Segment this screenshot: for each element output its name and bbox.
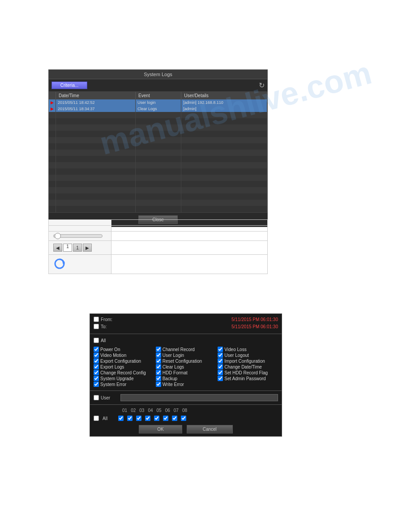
user-label: User	[101, 395, 119, 400]
event-label-8: Import Configuration	[224, 359, 265, 364]
user-checkbox[interactable]	[94, 395, 99, 400]
cancel-button[interactable]: Cancel	[187, 425, 233, 433]
event-checkbox-1[interactable]	[156, 347, 161, 352]
event-checkbox-5[interactable]	[218, 352, 223, 358]
event-label-9: Export Logs	[100, 365, 124, 369]
event-label-11: Change Date/Time	[224, 365, 262, 369]
event-checkbox-18[interactable]	[94, 382, 99, 387]
reference-table: ◀ 1 1 ▶	[48, 219, 268, 274]
from-checkbox[interactable]	[94, 317, 99, 322]
from-label: From:	[101, 317, 119, 322]
slider-container[interactable]	[53, 234, 107, 238]
event-checkbox-6[interactable]	[94, 358, 99, 364]
row-datetime: 2015/05/11 18:42:52	[56, 99, 136, 106]
event-label-7: Reset Configuration	[163, 359, 202, 364]
log-row[interactable]: ▶ 2015/05/11 18:34:37 Clear Logs [admin]	[49, 106, 267, 112]
slider-thumb[interactable]	[55, 233, 61, 239]
event-item: Change Record Config	[94, 370, 154, 375]
channel-check-3[interactable]	[136, 416, 141, 421]
col-userdetails: User/Details	[181, 92, 267, 99]
ref-label-2	[49, 226, 111, 232]
log-row-empty	[49, 193, 267, 200]
user-input[interactable]	[120, 394, 278, 401]
all-events-row: All	[90, 336, 282, 345]
from-value: 5/11/2015 PM 06:01:30	[231, 317, 278, 322]
refresh-button[interactable]: ↻	[259, 81, 265, 90]
event-checkbox-12[interactable]	[94, 370, 99, 375]
event-item: Export Configuration	[94, 358, 154, 364]
log-row-empty	[49, 206, 267, 212]
event-label-13: HDD Format	[163, 370, 188, 375]
event-item: Reset Configuration	[156, 358, 216, 364]
event-checkbox-16[interactable]	[156, 376, 161, 381]
to-checkbox[interactable]	[94, 324, 99, 329]
channel-check-1[interactable]	[118, 416, 124, 421]
log-row[interactable]: ▶ 2015/05/11 18:42:52 User login [admin]…	[49, 99, 267, 106]
channel-check-7[interactable]	[172, 416, 177, 421]
event-item: Write Error	[156, 382, 216, 387]
event-checkbox-3[interactable]	[94, 352, 99, 358]
event-item: System Upgrade	[94, 376, 154, 381]
log-row-empty	[49, 156, 267, 162]
log-row-empty	[49, 168, 267, 175]
event-checkbox-7[interactable]	[156, 358, 161, 364]
channel-checkboxes	[118, 416, 186, 421]
event-checkbox-8[interactable]	[218, 358, 223, 364]
event-checkbox-14[interactable]	[218, 370, 223, 375]
event-checkbox-0[interactable]	[94, 347, 99, 352]
log-row-empty	[49, 162, 267, 168]
event-item: Export Logs	[94, 364, 154, 369]
ref-value-1	[111, 220, 268, 226]
event-checkbox-10[interactable]	[156, 364, 161, 369]
event-checkbox-11[interactable]	[218, 364, 223, 369]
event-checkbox-17[interactable]	[218, 376, 223, 381]
event-label-16: Backup	[163, 376, 177, 381]
all-events-checkbox[interactable]	[94, 338, 99, 343]
ref-slider[interactable]	[53, 234, 103, 238]
big-refresh-icon	[53, 257, 66, 270]
event-item: Set HDD Record Flag	[218, 370, 278, 375]
to-row: To: 5/11/2015 PM 06:01:30	[94, 323, 278, 330]
to-label: To:	[101, 324, 119, 329]
ref-label-slider	[49, 232, 111, 241]
event-checkbox-2[interactable]	[218, 347, 223, 352]
pager-container: ◀ 1 1 ▶	[53, 244, 107, 252]
dialog-toolbar: Criteria... ↻	[49, 79, 267, 92]
channel-check-8[interactable]	[181, 416, 186, 421]
criteria-button[interactable]: Criteria...	[51, 82, 87, 89]
row-event: User login	[136, 99, 181, 106]
criteria-dialog: From: 5/11/2015 PM 06:01:30 To: 5/11/201…	[90, 313, 282, 437]
to-value: 5/11/2015 PM 06:01:30	[231, 324, 278, 329]
event-label-0: Power On	[100, 347, 120, 352]
event-checkbox-13[interactable]	[156, 370, 161, 375]
channel-check-2[interactable]	[127, 416, 133, 421]
event-item: Power On	[94, 347, 154, 352]
channel-check-4[interactable]	[145, 416, 150, 421]
event-label-3: Video Motion	[100, 353, 126, 358]
ref-label-pager: ◀ 1 1 ▶	[49, 241, 111, 255]
event-label-18: System Error	[100, 382, 126, 387]
event-checkbox-19[interactable]	[156, 382, 161, 387]
ok-button[interactable]: OK	[139, 425, 182, 433]
pager-prev-button[interactable]: ◀	[53, 244, 62, 252]
log-row-empty	[49, 112, 267, 118]
event-item: Video Loss	[218, 347, 278, 352]
channel-check-6[interactable]	[163, 416, 168, 421]
event-label-14: Set HDD Record Flag	[224, 370, 268, 375]
log-row-empty	[49, 187, 267, 193]
channel-check-5[interactable]	[154, 416, 159, 421]
event-checkbox-15[interactable]	[94, 376, 99, 381]
from-section: From: 5/11/2015 PM 06:01:30 To: 5/11/201…	[90, 314, 282, 332]
dialog-title: System Logs	[49, 70, 267, 79]
pager-field[interactable]: 1	[63, 244, 72, 252]
all-channels-checkbox[interactable]	[94, 416, 99, 421]
log-row-empty	[49, 181, 267, 187]
pager-next-button[interactable]: ▶	[83, 244, 92, 252]
col-event: Event	[136, 92, 181, 99]
event-checkbox-4[interactable]	[156, 352, 161, 358]
log-row-empty	[49, 131, 267, 137]
channel-numbers: 0102030405060708	[122, 408, 187, 413]
channel-number: 04	[148, 408, 153, 413]
event-checkbox-9[interactable]	[94, 364, 99, 369]
pager-num-button[interactable]: 1	[73, 244, 82, 252]
